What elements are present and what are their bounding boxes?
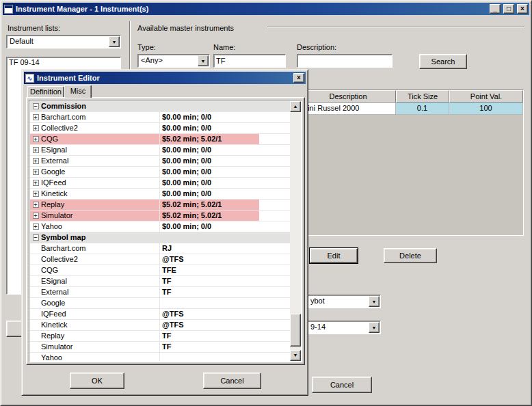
property-name: Collective2 [41,254,160,265]
property-value: TFE [160,265,259,275]
property-row[interactable]: IQFeed@TFS [30,309,290,320]
row-indent [30,353,41,361]
dropdown-icon[interactable]: ▼ [369,296,380,307]
category-row[interactable]: −Commission [30,101,290,112]
property-grid[interactable]: −Commission+Barchart.com$0.00 min; 0/0+C… [29,100,302,362]
dropdown-icon[interactable]: ▼ [198,55,209,66]
property-row[interactable]: +External$0.00 min; 0/0 [30,156,290,167]
list-item[interactable]: TF 09-14 [7,57,120,68]
property-row[interactable]: ReplayTF [30,331,290,342]
dropdown-icon[interactable]: ▼ [109,36,120,47]
property-value: TF [160,342,259,352]
property-value: $0.00 min; 0/0 [160,156,259,166]
expand-icon[interactable]: + [30,178,41,188]
expand-icon[interactable]: + [30,211,41,221]
expand-icon[interactable]: + [30,221,41,232]
property-name: IQFeed [41,178,160,188]
row-indent [30,309,41,319]
grid-cell-description[interactable]: Mini Russel 2000 [300,103,396,115]
editor-cancel-button[interactable]: Cancel [203,373,261,389]
main-cancel-button[interactable]: Cancel [312,377,372,393]
property-row[interactable]: +Replay$5.02 min; 5.02/1 [30,200,290,211]
property-name: Collective2 [41,123,160,133]
instrument-lists-label: Instrument lists: [8,24,60,32]
property-row[interactable]: Google [30,298,290,309]
property-row[interactable]: Yahoo [30,353,290,361]
property-row[interactable]: CQGTFE [30,265,290,276]
property-row[interactable]: +Collective2$0.00 min; 0/0 [30,123,290,134]
property-row[interactable]: ExternalTF [30,287,290,298]
property-value: $0.00 min; 0/0 [160,112,259,122]
grid-header-tick-size[interactable]: Tick Size [396,90,449,103]
dropdown-icon[interactable]: ▼ [369,322,380,333]
property-row[interactable]: +Barchart.com$0.00 min; 0/0 [30,112,290,123]
property-row[interactable]: SimulatorTF [30,342,290,353]
category-row[interactable]: −Symbol map [30,232,290,243]
tab-misc[interactable]: Misc [64,85,92,98]
grid-header-point-val[interactable]: Point Val. [449,90,523,103]
property-value: $5.02 min; 5.02/1 [160,211,259,221]
editor-close-button[interactable]: × [293,73,304,83]
delete-button[interactable]: Delete [384,248,437,263]
scroll-down-icon[interactable]: ▼ [290,350,301,361]
grid-cell-point-val[interactable]: 100 [449,103,523,115]
expand-icon[interactable]: + [30,145,41,155]
property-row[interactable]: +CQG$5.02 min; 5.02/1 [30,134,290,145]
category-label: Commission [41,101,160,111]
collapse-icon[interactable]: − [30,232,41,243]
collapse-icon[interactable]: − [30,101,41,111]
property-name: External [41,156,160,166]
row-indent [30,254,41,265]
property-value: $0.00 min; 0/0 [160,123,259,133]
type-combo[interactable]: <Any> ▼ [137,54,210,68]
property-row[interactable]: +ESignal$0.00 min; 0/0 [30,145,290,156]
ok-button[interactable]: OK [70,373,124,389]
close-button[interactable]: × [517,4,528,14]
search-button[interactable]: Search [419,54,467,69]
name-label: Name: [213,43,235,51]
property-row[interactable]: Barchart.comRJ [30,243,290,254]
scrollbar[interactable]: ▲ ▼ [290,101,301,361]
tab-definition[interactable]: Definition [27,86,64,97]
property-name: Yahoo [41,221,160,232]
instrument-list-combo[interactable]: Default ▼ [6,35,121,49]
property-row[interactable]: Collective2@TFS [30,254,290,265]
property-row[interactable]: +Yahoo$0.00 min; 0/0 [30,221,290,232]
property-value: $0.00 min; 0/0 [160,145,259,155]
scrollbar-thumb[interactable] [290,314,301,347]
edit-button[interactable]: Edit [310,248,358,263]
property-value [160,353,259,361]
property-name: Replay [41,331,160,341]
expand-icon[interactable]: + [30,123,41,133]
property-row[interactable]: +Simulator$5.02 min; 5.02/1 [30,211,290,221]
expand-icon[interactable]: + [30,189,41,199]
screen: Instrument Manager - 1 Instrument(s) _ □… [0,0,532,406]
property-grid-rows: −Commission+Barchart.com$0.00 min; 0/0+C… [30,101,290,361]
row-indent [30,276,41,286]
property-value: @TFS [160,320,259,330]
expand-icon[interactable]: + [30,112,41,122]
expand-icon[interactable]: + [30,167,41,177]
property-name: ESignal [41,276,160,286]
property-row[interactable]: ESignalTF [30,276,290,287]
name-input[interactable] [213,54,286,68]
expand-icon[interactable]: + [30,200,41,210]
property-row[interactable]: Kinetick@TFS [30,320,290,331]
main-titlebar[interactable]: Instrument Manager - 1 Instrument(s) _ □… [3,3,529,15]
description-input[interactable] [297,54,393,68]
property-name: Google [41,167,160,177]
expand-icon[interactable]: + [30,156,41,166]
property-row[interactable]: +Google$0.00 min; 0/0 [30,167,290,178]
minimize-button[interactable]: _ [490,4,501,14]
maximize-button[interactable]: □ [503,4,514,14]
editor-titlebar[interactable]: ∿ Instrument Editor × [24,72,306,84]
grid-header-description[interactable]: Description [300,90,396,103]
property-row[interactable]: +Kinetick$0.00 min; 0/0 [30,189,290,200]
scroll-up-icon[interactable]: ▲ [290,101,301,112]
expand-icon[interactable]: + [30,134,41,144]
type-label: Type: [137,43,156,51]
grid-cell-tick-size[interactable]: 0.1 [396,103,449,115]
group-separator [267,27,524,28]
group-title: Available master instruments [137,24,234,32]
property-row[interactable]: +IQFeed$0.00 min; 0/0 [30,178,290,189]
